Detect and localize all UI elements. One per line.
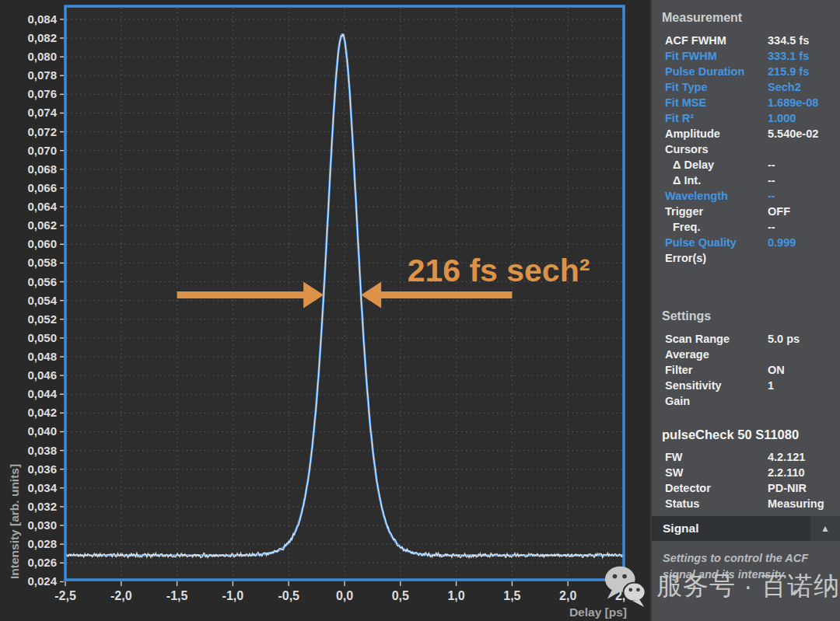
row-label: Amplitude bbox=[665, 126, 768, 141]
y-tick-label: 0,058 bbox=[27, 256, 57, 269]
panel-row[interactable]: ACF FWHM334.5 fs bbox=[652, 33, 840, 48]
panel-row[interactable]: Cursors bbox=[652, 141, 840, 157]
y-tick-label: 0,072 bbox=[27, 125, 57, 138]
pulse-duration-annotation: 216 fs sech² bbox=[408, 253, 590, 288]
panel-row[interactable]: StatusMeasuring bbox=[652, 496, 840, 511]
x-tick-label: 2,5 bbox=[615, 589, 632, 602]
collapse-button[interactable]: ▲ bbox=[810, 516, 840, 541]
row-value: 1.689e-08 bbox=[768, 96, 818, 109]
signal-description: Settings to control the ACF signal and i… bbox=[663, 550, 829, 582]
y-tick-label: 0,048 bbox=[27, 350, 57, 363]
y-tick-label: 0,068 bbox=[27, 162, 57, 176]
panel-row[interactable]: Pulse Quality0.999 bbox=[652, 235, 840, 250]
row-label: Cursors bbox=[665, 141, 768, 157]
row-value: 5.0 ps bbox=[768, 333, 800, 345]
measurement-rows: ACF FWHM334.5 fsFit FWHM333.1 fsPulse Du… bbox=[652, 33, 840, 266]
row-value: 4.2.121 bbox=[768, 451, 805, 463]
row-label: Fit MSE bbox=[665, 95, 768, 110]
row-value: ON bbox=[768, 364, 785, 376]
y-tick-label: 0,050 bbox=[27, 331, 57, 344]
row-label: Fit FWHM bbox=[665, 48, 768, 64]
row-label: Gain bbox=[665, 393, 768, 409]
y-tick-label: 0,024 bbox=[27, 574, 57, 588]
device-section-title: pulseCheck 50 S11080 bbox=[652, 424, 840, 445]
row-label: FW bbox=[665, 449, 768, 465]
x-tick-label: 2,0 bbox=[559, 589, 576, 602]
row-label: Filter bbox=[665, 362, 768, 378]
panel-row[interactable]: DetectorPD-NIR bbox=[652, 480, 840, 496]
row-label: Fit Type bbox=[665, 79, 768, 95]
y-tick-label: 0,036 bbox=[27, 462, 57, 476]
chevron-up-icon: ▲ bbox=[821, 523, 830, 534]
y-tick-label: 0,078 bbox=[27, 68, 57, 82]
y-tick-label: 0,066 bbox=[27, 181, 57, 194]
panel-row[interactable]: Error(s) bbox=[652, 250, 840, 266]
y-tick-label: 0,076 bbox=[27, 87, 57, 100]
side-panel: Measurement ACF FWHM334.5 fsFit FWHM333.… bbox=[650, 0, 840, 621]
row-value: 1 bbox=[768, 379, 774, 392]
panel-row[interactable]: Freq.-- bbox=[652, 219, 840, 235]
row-value: 334.5 fs bbox=[768, 34, 809, 47]
row-value: 215.9 fs bbox=[768, 65, 809, 78]
panel-row[interactable]: Fit MSE1.689e-08 bbox=[652, 95, 840, 110]
row-label: Wavelength bbox=[665, 188, 768, 204]
y-tick-label: 0,028 bbox=[27, 537, 57, 550]
y-tick-label: 0,044 bbox=[27, 387, 57, 400]
x-axis-label: Delay [ps] bbox=[569, 605, 627, 619]
panel-row[interactable]: Scan Range5.0 ps bbox=[652, 331, 840, 347]
panel-row[interactable]: TriggerOFF bbox=[652, 204, 840, 219]
row-label: Average bbox=[665, 347, 768, 362]
row-value: -- bbox=[768, 190, 775, 202]
signal-title: Signal bbox=[652, 522, 699, 536]
panel-row[interactable]: Fit FWHM333.1 fs bbox=[652, 48, 840, 64]
row-value: 1.000 bbox=[768, 112, 796, 124]
x-axis-tick-labels: -2,5-2,0-1,5-1,0-0,50,00,51,01,52,02,5 bbox=[54, 589, 632, 602]
row-label: Pulse Quality bbox=[665, 235, 768, 250]
row-value: Sech2 bbox=[768, 81, 801, 93]
y-tick-label: 0,062 bbox=[27, 218, 57, 232]
x-tick-label: -2,5 bbox=[54, 589, 76, 602]
row-value: Measuring bbox=[768, 497, 824, 510]
y-tick-label: 0,030 bbox=[27, 518, 57, 532]
measurement-section-title: Measurement bbox=[652, 8, 840, 28]
y-tick-label: 0,084 bbox=[27, 12, 57, 26]
x-tick-label: 0,0 bbox=[336, 589, 353, 602]
row-label: Detector bbox=[665, 480, 768, 496]
measurement-section: Measurement ACF FWHM334.5 fsFit FWHM333.… bbox=[652, 8, 840, 266]
row-value: 333.1 fs bbox=[768, 50, 809, 62]
panel-row[interactable]: SW2.2.110 bbox=[652, 465, 840, 480]
row-label: Fit R² bbox=[665, 110, 768, 126]
x-tick-label: -1,5 bbox=[166, 589, 188, 602]
row-label: Error(s) bbox=[665, 250, 768, 266]
settings-rows: Scan Range5.0 psAverageFilterONSensitivi… bbox=[652, 331, 840, 409]
y-tick-label: 0,082 bbox=[27, 31, 57, 44]
row-label: SW bbox=[665, 465, 768, 480]
y-tick-label: 0,070 bbox=[27, 144, 57, 157]
y-axis-tick-labels: 0,0840,0820,0800,0780,0760,0740,0720,070… bbox=[27, 12, 57, 588]
row-label: Scan Range bbox=[665, 331, 768, 347]
row-value: -- bbox=[768, 221, 775, 233]
panel-row[interactable]: Δ Delay-- bbox=[652, 157, 840, 173]
y-tick-label: 0,074 bbox=[27, 106, 57, 119]
panel-row[interactable]: FW4.2.121 bbox=[652, 449, 840, 465]
panel-row[interactable]: Fit R²1.000 bbox=[652, 110, 840, 126]
panel-row[interactable]: Δ Int.-- bbox=[652, 173, 840, 188]
row-label: Sensitivity bbox=[665, 378, 768, 393]
device-rows: FW4.2.121SW2.2.110DetectorPD-NIRStatusMe… bbox=[652, 449, 840, 511]
panel-row[interactable]: Average bbox=[652, 347, 840, 362]
panel-row[interactable]: Sensitivity1 bbox=[652, 378, 840, 393]
row-value: 5.540e-02 bbox=[768, 127, 818, 140]
panel-row[interactable]: Amplitude5.540e-02 bbox=[652, 126, 840, 141]
x-tick-label: -2,0 bbox=[110, 589, 132, 602]
row-label: Status bbox=[665, 496, 768, 511]
panel-row[interactable]: Fit TypeSech2 bbox=[652, 79, 840, 95]
panel-row[interactable]: FilterON bbox=[652, 362, 840, 378]
x-tick-label: 1,5 bbox=[503, 589, 520, 602]
y-axis-label: Intensity [arb. units] bbox=[8, 464, 21, 579]
panel-row[interactable]: Wavelength-- bbox=[652, 188, 840, 204]
signal-section-header[interactable]: Signal ▲ bbox=[652, 516, 840, 541]
panel-row[interactable]: Pulse Duration215.9 fs bbox=[652, 64, 840, 79]
y-tick-label: 0,026 bbox=[27, 556, 57, 569]
panel-row[interactable]: Gain bbox=[652, 393, 840, 409]
row-value: -- bbox=[768, 159, 775, 171]
